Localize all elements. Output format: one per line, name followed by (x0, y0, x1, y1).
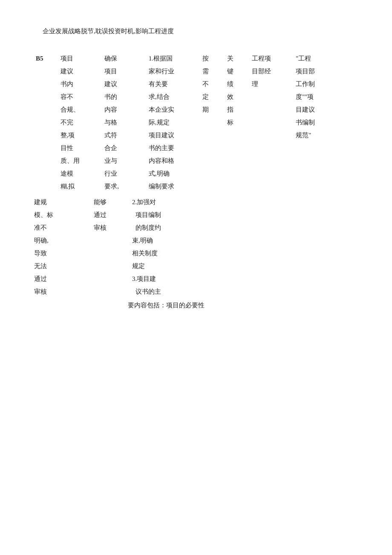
col6-content: 关键绩效指标 (225, 51, 250, 194)
col5-content: 按需不定期 (201, 51, 225, 194)
col8-content: "工程项目部工作制度""项目建议书编制规范" (294, 51, 358, 194)
row-id: B5 (34, 51, 59, 194)
col4-content: 1.根据国家和行业有关要求,结合本企业实际,规定项目建议书的主要内容和格式,明确… (147, 51, 201, 194)
intro-text: 企业发展战略脱节,耽误投资时机,影响工程进度 (34, 26, 358, 37)
col3-content: 确保项目建议书的内容与格式符合企业与行业要求, (103, 51, 147, 194)
table-row: B5 项目建议书内容不合规、不完整,项目性质、用途模糊,拟 确保项目建议书的内容… (34, 51, 358, 194)
bottom-col2: 能够通过审核 (94, 196, 132, 298)
col7-content: 工程项目部经理 (250, 51, 294, 194)
bottom-col3: 2.加强对 项目编制 的制度约束,明确相关制度规定3.项目建 议书的主 (132, 196, 217, 298)
bottom-row: 建规模、标准不明确,导致无法通过审核 能够通过审核 2.加强对 项目编制 的制度… (34, 196, 358, 298)
bottom-col1: 建规模、标准不明确,导致无法通过审核 (34, 196, 94, 298)
bottom-section: 建规模、标准不明确,导致无法通过审核 能够通过审核 2.加强对 项目编制 的制度… (34, 196, 358, 312)
intro-section: 企业发展战略脱节,耽误投资时机,影响工程进度 (34, 26, 358, 37)
last-line: 要内容包括：项目的必要性 (34, 299, 358, 312)
col2-content: 项目建议书内容不合规、不完整,项目性质、用途模糊,拟 (59, 51, 103, 194)
main-table: B5 项目建议书内容不合规、不完整,项目性质、用途模糊,拟 确保项目建议书的内容… (34, 51, 358, 194)
